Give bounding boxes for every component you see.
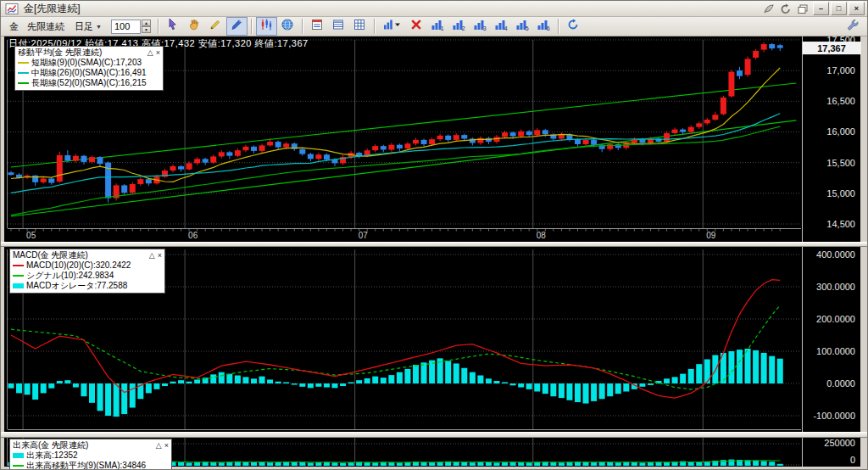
indicator-preset-5-button[interactable]: 5 <box>512 17 533 36</box>
wrench-icon <box>846 18 860 35</box>
svg-text:15,000: 15,000 <box>826 188 855 199</box>
legend-item: 中期線(26)(0)(SMA)(C):16,491 <box>18 68 160 78</box>
svg-text:08: 08 <box>537 231 547 240</box>
svg-text:100.0000: 100.0000 <box>816 346 855 356</box>
bar-swatch <box>13 453 24 458</box>
svg-text:0.0000: 0.0000 <box>826 378 855 389</box>
indicator-preset-6-button[interactable]: 6 <box>533 17 554 36</box>
pencil-tool-button[interactable] <box>205 17 226 36</box>
line-swatch <box>18 62 29 64</box>
svg-text:3: 3 <box>483 25 487 31</box>
legend-collapse-button[interactable]: △ <box>156 441 162 450</box>
legend-close-button[interactable]: × <box>158 251 162 260</box>
spin-down-button[interactable]: ▼ <box>142 26 151 33</box>
close-button[interactable]: × <box>849 2 865 15</box>
legend-item: 出来高:12352 <box>13 450 169 461</box>
quote-table-button[interactable] <box>328 17 349 36</box>
line-swatch <box>13 465 24 467</box>
cursor-tool-button[interactable] <box>163 17 184 36</box>
legend-collapse-button[interactable]: △ <box>147 48 153 57</box>
ma-legend-title: 移動平均(金 先限連続) <box>18 48 102 58</box>
macd-legend-title: MACD(金 先限連続) <box>13 250 88 260</box>
refresh-icon <box>566 18 580 35</box>
indicator-6-icon: 6 <box>537 18 550 35</box>
svg-text:16,000: 16,000 <box>826 126 855 137</box>
web-info-button[interactable] <box>277 17 298 36</box>
svg-text:0: 0 <box>850 455 855 465</box>
chevron-down-icon: ▼ <box>96 24 102 30</box>
indicator-1-icon: 1 <box>431 18 444 35</box>
legend-item: 長期線(52)(0)(SMA)(C):16,215 <box>18 78 160 88</box>
line-swatch <box>13 275 24 277</box>
legend-item: シグナル(10):242.9834 <box>13 271 162 281</box>
legend-item: MACDオシレータ:77.2588 <box>13 281 162 291</box>
svg-text:17,000: 17,000 <box>826 65 855 76</box>
settings-wrench-button[interactable] <box>842 17 863 36</box>
svg-text:15,500: 15,500 <box>826 158 855 168</box>
minimize-button[interactable]: – <box>813 2 829 15</box>
svg-text:4: 4 <box>504 25 508 31</box>
volume-legend-title: 出来高(金 先限連続) <box>13 440 88 450</box>
chart-type-button[interactable] <box>379 17 406 36</box>
svg-text:200.0000: 200.0000 <box>816 314 855 324</box>
svg-text:250000: 250000 <box>824 438 855 448</box>
line-swatch <box>18 82 29 84</box>
delete-indicator-button[interactable] <box>406 17 427 36</box>
svg-text:6: 6 <box>547 25 550 31</box>
legend-collapse-button[interactable]: △ <box>149 251 155 260</box>
svg-text:2: 2 <box>462 25 465 31</box>
pen-tool-button[interactable] <box>226 17 248 36</box>
indicator-preset-2-button[interactable]: 2 <box>448 17 470 36</box>
calendar-icon <box>310 18 324 35</box>
sync-icon[interactable] <box>778 3 793 15</box>
bar-swatch <box>13 283 24 288</box>
indicator-preset-4-button[interactable]: 4 <box>491 17 512 36</box>
line-swatch <box>13 265 24 266</box>
svg-text:17,367: 17,367 <box>817 43 846 53</box>
cascade-windows-icon[interactable] <box>795 3 810 15</box>
svg-text:1: 1 <box>441 25 444 31</box>
grid-view-button[interactable] <box>349 17 370 36</box>
panel-splitter[interactable] <box>1 242 868 247</box>
svg-text:09: 09 <box>706 231 716 240</box>
chart-window: 050607080917,50017,00016,50016,00015,500… <box>0 0 868 470</box>
toolbar: 金 先限連続 日足 ▼ 100 ▲ ▼ 1 2 3 4 5 <box>1 17 867 36</box>
refresh-button[interactable] <box>563 17 584 36</box>
line-swatch <box>18 72 29 74</box>
panel-splitter[interactable] <box>1 432 868 438</box>
spin-up-button[interactable]: ▲ <box>142 20 151 26</box>
candlestick-icon <box>259 18 273 35</box>
window-title: 金[先限連続] <box>24 2 81 16</box>
legend-close-button[interactable]: × <box>156 48 160 57</box>
svg-text:05: 05 <box>26 231 36 240</box>
candlestick-view-button[interactable] <box>256 17 277 36</box>
legend-item: 出来高移動平均(9)(SMA):34846 <box>13 461 169 470</box>
feather-icon[interactable] <box>761 3 776 15</box>
svg-text:16,500: 16,500 <box>826 96 855 106</box>
indicator-2-icon: 2 <box>452 18 465 35</box>
svg-text:14,500: 14,500 <box>826 219 855 229</box>
chart-app-icon <box>4 3 19 15</box>
indicator-preset-1-button[interactable]: 1 <box>427 17 448 36</box>
svg-text:300.0000: 300.0000 <box>816 282 855 292</box>
svg-text:400.0000: 400.0000 <box>816 249 855 260</box>
report-button[interactable] <box>307 17 328 36</box>
bar-count-input[interactable]: 100 <box>111 20 141 34</box>
hand-tool-button[interactable] <box>184 17 205 36</box>
globe-icon <box>281 18 294 35</box>
pencil-icon <box>209 18 222 35</box>
indicator-preset-3-button[interactable]: 3 <box>470 17 491 36</box>
macd-legend: MACD(金 先限連続) △ × MACD(10)(20)(C):320.242… <box>9 249 165 294</box>
maximize-button[interactable]: □ <box>831 2 847 15</box>
cursor-icon <box>166 18 180 35</box>
legend-item: 短期線(9)(0)(SMA)(C):17,203 <box>18 58 160 68</box>
legend-close-button[interactable]: × <box>164 441 169 450</box>
contract-label: 先限連続 <box>27 20 64 33</box>
timeframe-dropdown[interactable]: 日足 ▼ <box>72 20 104 34</box>
indicator-3-icon: 3 <box>473 18 487 35</box>
chart-type-icon <box>382 18 403 35</box>
volume-legend: 出来高(金 先限連続) △ × 出来高:12352 出来高移動平均(9)(SMA… <box>9 439 172 470</box>
svg-text:06: 06 <box>188 231 198 240</box>
table-rows-icon <box>331 18 345 35</box>
red-x-icon <box>409 18 423 35</box>
